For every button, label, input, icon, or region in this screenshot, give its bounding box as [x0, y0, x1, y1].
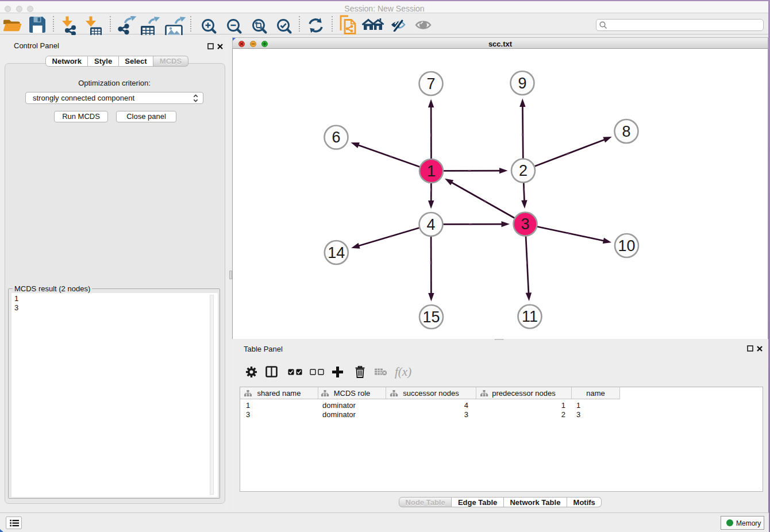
svg-text:1: 1 — [427, 163, 436, 180]
svg-text:3: 3 — [521, 215, 529, 233]
svg-text:9: 9 — [518, 75, 526, 92]
svg-text:8: 8 — [622, 123, 630, 140]
svg-text:14: 14 — [328, 244, 345, 261]
svg-text:11: 11 — [522, 308, 538, 325]
svg-text:7: 7 — [426, 75, 435, 92]
svg-text:6: 6 — [332, 129, 340, 146]
svg-text:15: 15 — [422, 309, 440, 326]
svg-text:10: 10 — [618, 237, 635, 255]
svg-text:4: 4 — [426, 216, 435, 233]
svg-text:2: 2 — [519, 162, 528, 179]
